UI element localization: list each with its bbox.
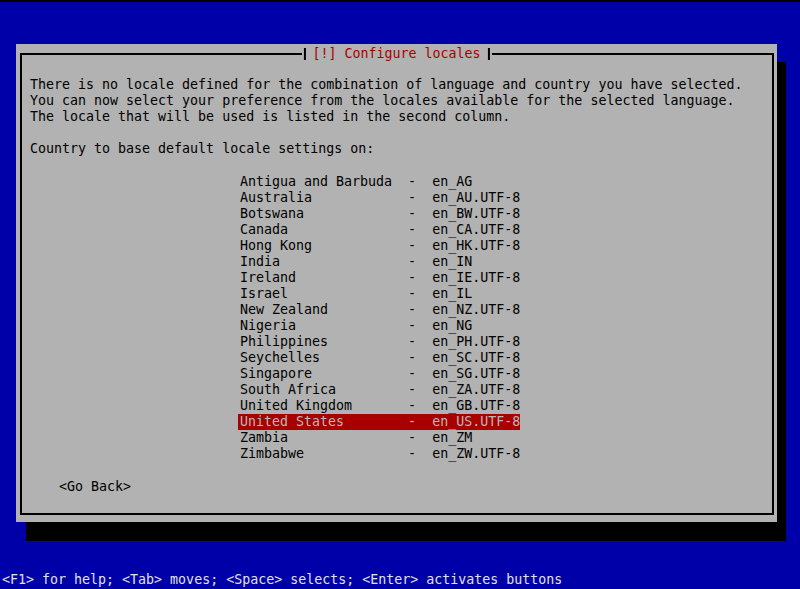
dialog-title: [!] Configure locales <box>301 46 491 62</box>
list-item-nigeria[interactable]: Nigeria - en_NG <box>238 318 520 334</box>
list-item-zambia[interactable]: Zambia - en_ZM <box>238 430 520 446</box>
list-item-botswana[interactable]: Botswana - en_BW.UTF-8 <box>238 206 520 222</box>
list-item-singapore[interactable]: Singapore - en_SG.UTF-8 <box>238 366 520 382</box>
title-right-tick-icon <box>488 48 490 60</box>
top-border-line <box>0 0 800 2</box>
list-item-south-africa[interactable]: South Africa - en_ZA.UTF-8 <box>238 382 520 398</box>
list-item-new-zealand[interactable]: New Zealand - en_NZ.UTF-8 <box>238 302 520 318</box>
list-item-seychelles[interactable]: Seychelles - en_SC.UTF-8 <box>238 350 520 366</box>
list-item-united-states[interactable]: United States - en_US.UTF-8 <box>238 414 520 430</box>
title-left-tick-icon <box>303 48 305 60</box>
list-item-israel[interactable]: Israel - en_IL <box>238 286 520 302</box>
configure-locales-dialog: [!] Configure locales There is no locale… <box>16 44 777 522</box>
list-item-ireland[interactable]: Ireland - en_IE.UTF-8 <box>238 270 520 286</box>
list-item-hong-kong[interactable]: Hong Kong - en_HK.UTF-8 <box>238 238 520 254</box>
go-back-button[interactable]: <Go Back> <box>59 479 131 495</box>
installer-screen: [!] Configure locales There is no locale… <box>0 0 800 589</box>
help-bar: <F1> for help; <Tab> moves; <Space> sele… <box>2 572 562 588</box>
list-item-philippines[interactable]: Philippines - en_PH.UTF-8 <box>238 334 520 350</box>
list-item-zimbabwe[interactable]: Zimbabwe - en_ZW.UTF-8 <box>238 446 520 462</box>
list-item-antigua-and-barbuda[interactable]: Antigua and Barbuda - en_AG <box>238 174 520 190</box>
country-list: Antigua and Barbuda - en_AGAustralia - e… <box>238 174 520 462</box>
list-item-australia[interactable]: Australia - en_AU.UTF-8 <box>238 190 520 206</box>
dialog-title-text: [!] Configure locales <box>312 46 480 62</box>
list-prompt-label: Country to base default locale settings … <box>30 141 374 157</box>
list-item-india[interactable]: India - en_IN <box>238 254 520 270</box>
dialog-description: There is no locale defined for the combi… <box>30 77 742 125</box>
list-item-united-kingdom[interactable]: United Kingdom - en_GB.UTF-8 <box>238 398 520 414</box>
list-item-canada[interactable]: Canada - en_CA.UTF-8 <box>238 222 520 238</box>
